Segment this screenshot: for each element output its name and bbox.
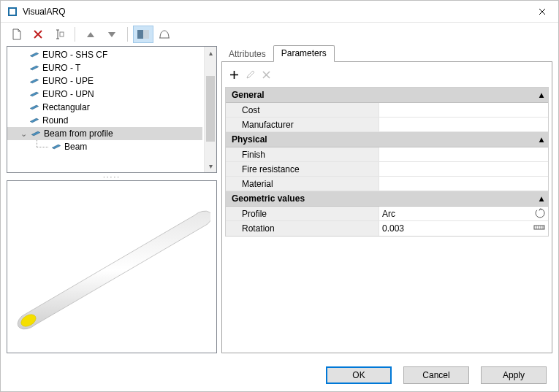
move-up-button[interactable]: [80, 26, 101, 43]
close-icon: [539, 8, 546, 15]
wire-view-icon: [159, 29, 170, 39]
close-button[interactable]: [525, 1, 558, 23]
param-name-cell: Cost: [226, 103, 379, 117]
svg-rect-2: [143, 30, 149, 39]
param-row[interactable]: Cost: [226, 103, 548, 118]
collapse-icon: ▴: [539, 134, 544, 145]
tree-item-selected[interactable]: ⌄ Beam from profile: [7, 127, 202, 140]
svg-rect-0: [60, 32, 64, 36]
scroll-up-button[interactable]: ▴: [205, 47, 216, 59]
pencil-icon: [246, 70, 255, 80]
edit-parameter-button[interactable]: [243, 67, 257, 82]
param-name-cell: Material: [226, 177, 379, 191]
new-button[interactable]: [7, 26, 27, 43]
param-name-cell: Finish: [226, 147, 379, 161]
group-label: Geometric values: [232, 193, 305, 204]
toolbar: [1, 23, 558, 46]
param-value-text: 0.003: [382, 223, 404, 234]
param-row[interactable]: Finish: [226, 147, 548, 162]
tab-parameters[interactable]: Parameters: [273, 45, 335, 62]
length-icon[interactable]: [533, 223, 545, 233]
tree-item[interactable]: Round: [7, 114, 204, 127]
group-label: General: [232, 90, 265, 100]
tree-item[interactable]: Rectangular: [7, 101, 204, 114]
tree-item-label: Round: [42, 115, 68, 126]
apply-button[interactable]: Apply: [481, 366, 547, 384]
scroll-down-button[interactable]: ▾: [205, 160, 216, 172]
scrollbar-thumb[interactable]: [206, 76, 215, 142]
parameters-panel: General ▴ Cost Manufacturer Physical ▴: [221, 62, 552, 353]
tree-item-label: Beam from profile: [44, 128, 113, 139]
collapse-icon: ▴: [539, 90, 544, 100]
tree-item-label: EURO - SHS CF: [42, 50, 107, 60]
preview-viewport[interactable]: [7, 180, 217, 353]
param-row[interactable]: Rotation 0.003: [226, 221, 548, 236]
plus-icon: [229, 70, 239, 80]
ok-button[interactable]: OK: [326, 366, 392, 384]
new-document-icon: [11, 28, 23, 40]
beam-preview-icon: [13, 183, 210, 351]
param-value-cell[interactable]: [379, 103, 548, 117]
param-value-cell[interactable]: Arc: [379, 207, 548, 220]
triangle-up-icon: [87, 32, 94, 37]
beam-icon: [29, 104, 39, 111]
param-row[interactable]: Fire resistance: [226, 162, 548, 177]
param-value-cell[interactable]: [379, 147, 548, 161]
tab-attributes[interactable]: Attributes: [221, 47, 273, 62]
add-parameter-button[interactable]: [227, 67, 241, 82]
beam-icon: [29, 77, 39, 85]
param-value-text: Arc: [382, 209, 395, 219]
group-header-physical[interactable]: Physical ▴: [226, 132, 548, 147]
tab-bar: Attributes Parameters: [221, 46, 552, 62]
tree-item-label: EURO - UPN: [42, 89, 94, 99]
tree-item-label: Beam: [64, 142, 87, 152]
rename-icon: [53, 28, 65, 40]
svg-rect-1: [137, 30, 143, 39]
tree-item[interactable]: EURO - T: [7, 61, 204, 74]
rename-button[interactable]: [49, 26, 69, 43]
param-row[interactable]: Profile Arc: [226, 207, 548, 221]
toolbar-separator: [127, 27, 128, 42]
beam-icon: [29, 91, 39, 98]
move-down-button[interactable]: [102, 26, 122, 43]
param-row[interactable]: Manufacturer: [226, 118, 548, 132]
beam-icon: [51, 143, 61, 150]
param-value-cell[interactable]: 0.003: [379, 221, 548, 236]
render-view-icon: [137, 30, 149, 39]
triangle-down-icon: [108, 32, 115, 37]
param-value-cell[interactable]: [379, 162, 548, 176]
group-header-general[interactable]: General ▴: [226, 88, 548, 103]
tree-item-label: EURO - T: [42, 63, 80, 73]
tree-item-child[interactable]: Beam: [7, 140, 204, 153]
dialog-buttons: OK Cancel Apply: [1, 359, 558, 391]
param-name-cell: Manufacturer: [226, 118, 379, 131]
tree-item[interactable]: EURO - UPN: [7, 88, 204, 101]
scrollbar[interactable]: ▴ ▾: [204, 47, 216, 172]
view-mode-wire-button[interactable]: [154, 26, 175, 43]
tree-item[interactable]: EURO - UPE: [7, 74, 204, 88]
splitter-handle[interactable]: ·····: [7, 174, 217, 179]
window-title: VisualARQ: [23, 7, 65, 17]
delete-parameter-button[interactable]: [259, 67, 273, 82]
parameter-grid: General ▴ Cost Manufacturer Physical ▴: [225, 87, 549, 237]
view-mode-render-button[interactable]: [133, 26, 153, 43]
collapse-icon: ▴: [539, 193, 544, 204]
param-value-cell[interactable]: [379, 118, 548, 131]
style-tree[interactable]: EURO - SHS CF EURO - T EURO - UPE EURO -…: [7, 46, 217, 173]
beam-icon: [29, 117, 39, 124]
beam-icon: [29, 51, 39, 58]
parameters-toolbar: [225, 66, 549, 82]
tree-item[interactable]: EURO - SHS CF: [7, 48, 204, 61]
group-header-geometric[interactable]: Geometric values ▴: [226, 191, 548, 207]
tree-item-label: Rectangular: [42, 102, 90, 112]
param-name-cell: Rotation: [226, 221, 379, 236]
delete-button[interactable]: [28, 26, 48, 43]
param-row[interactable]: Material: [226, 177, 548, 191]
chevron-down-icon[interactable]: ⌄: [19, 129, 28, 139]
dialog-window: VisualARQ: [0, 0, 559, 392]
param-name-cell: Fire resistance: [226, 162, 379, 176]
delete-x-icon: [33, 29, 43, 39]
profile-icon[interactable]: [535, 208, 545, 220]
param-value-cell[interactable]: [379, 177, 548, 191]
cancel-button[interactable]: Cancel: [403, 366, 469, 384]
